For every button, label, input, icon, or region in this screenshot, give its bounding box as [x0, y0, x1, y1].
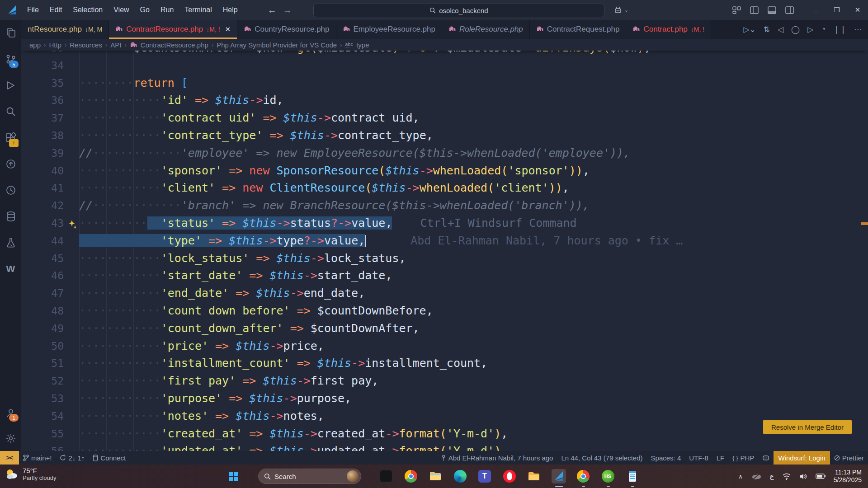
- tab-countryresource-php[interactable]: CountryResource.php: [237, 20, 336, 39]
- activity-flask-icon[interactable]: [0, 230, 21, 256]
- taskbar-app-edge[interactable]: [453, 469, 467, 483]
- code-line-43[interactable]: 43············'status' => $this->status?…: [21, 215, 868, 232]
- activity-settings-gear-icon[interactable]: [0, 426, 21, 451]
- code-line-46[interactable]: 46············'start_date' => $this->sta…: [21, 267, 868, 285]
- code-line-53[interactable]: 53············'purpose' => $this->purpos…: [21, 390, 868, 408]
- breadcrumb-item[interactable]: Http: [49, 41, 61, 49]
- prettier-status[interactable]: Prettier: [830, 451, 868, 465]
- code-line-49[interactable]: 49············'count_down_after' => $cou…: [21, 320, 868, 338]
- taskbar-app-notepad[interactable]: [625, 469, 640, 483]
- code-line-56[interactable]: 56············'updated_at' => $this->upd…: [21, 442, 868, 451]
- close-tab-icon[interactable]: ✕: [225, 25, 231, 33]
- activity-remote-explorer-icon[interactable]: [0, 151, 21, 177]
- remote-indicator[interactable]: ><: [0, 451, 19, 465]
- code-line-51[interactable]: 51············'installment_count' => $th…: [21, 355, 868, 372]
- breadcrumb-item[interactable]: app: [29, 41, 41, 49]
- taskbar-app-chrome-2[interactable]: [576, 469, 590, 483]
- activity-run-debug-icon[interactable]: [0, 72, 21, 99]
- taskbar-app-folder[interactable]: [527, 469, 541, 483]
- breadcrumb-item[interactable]: ContractResource.php: [141, 41, 208, 49]
- code-line-33[interactable]: 33········$countDownAfter = $now->gt($mi…: [21, 51, 868, 57]
- breadcrumb[interactable]: app›Http›Resources›API›ContractResource.…: [21, 39, 868, 51]
- code-line-52[interactable]: 52············'first_pay' => $this->firs…: [21, 372, 868, 390]
- code-line-41[interactable]: 41············'client' => new ClientReso…: [21, 179, 868, 197]
- language-indicator[interactable]: ع: [770, 472, 774, 480]
- tab-roleresource-php[interactable]: RoleResource.php: [442, 20, 530, 39]
- tab-contractrequest-php[interactable]: ContractRequest.php: [530, 20, 627, 39]
- code-line-40[interactable]: 40············'sponsor' => new SponsorRe…: [21, 162, 868, 180]
- code-line-35[interactable]: 35········return [: [21, 75, 868, 92]
- previous-change-icon[interactable]: ◁: [778, 25, 783, 34]
- toggle-secondary-sidebar-icon[interactable]: [785, 6, 794, 14]
- taskbar-app-file-explorer[interactable]: [428, 469, 443, 483]
- code-line-55[interactable]: 55············'created_at' => $this->cre…: [21, 425, 868, 443]
- breadcrumb-item[interactable]: API: [110, 41, 121, 49]
- volume-icon[interactable]: [799, 473, 807, 480]
- customize-layout-icon[interactable]: [732, 6, 741, 14]
- wifi-icon[interactable]: [782, 473, 791, 480]
- taskbar-app-chrome[interactable]: [404, 469, 418, 483]
- tray-chevron-icon[interactable]: ∧: [738, 473, 743, 480]
- run-button[interactable]: ▷⌄: [743, 25, 755, 34]
- back-button[interactable]: ←: [268, 5, 277, 15]
- code-line-45[interactable]: 45············'lock_status' => $this->lo…: [21, 250, 868, 267]
- resolve-merge-editor-button[interactable]: Resolve in Merge Editor: [763, 420, 852, 434]
- tab-contractresource-php[interactable]: ContractResource.php↓M, !✕: [109, 20, 237, 39]
- taskbar-app-photos[interactable]: [379, 469, 393, 483]
- code-line-37[interactable]: 37············'contract_uid' => $this->c…: [21, 109, 868, 127]
- code-editor[interactable]: 33········$countDownAfter = $now->gt($mi…: [21, 51, 868, 451]
- menu-edit[interactable]: Edit: [45, 4, 67, 16]
- tab-ntresource-php[interactable]: ntResource.php↓M, M: [21, 20, 109, 39]
- menu-run[interactable]: Run: [156, 4, 178, 16]
- git-branch-status[interactable]: main+!: [19, 451, 56, 465]
- forward-button[interactable]: →: [283, 5, 292, 15]
- activity-history-icon[interactable]: [0, 177, 21, 203]
- taskbar-app-teams[interactable]: T: [477, 469, 492, 483]
- minimize-button[interactable]: –: [806, 0, 826, 20]
- encoding-setting[interactable]: UTF-8: [685, 451, 712, 465]
- code-line-36[interactable]: 36············'id' => $this->id,: [21, 92, 868, 109]
- code-line-44[interactable]: 44············'type' => $this->type?->va…: [21, 232, 868, 250]
- git-sync-status[interactable]: 2↓ 1↑: [56, 451, 89, 465]
- sql-connect-button[interactable]: Connect: [89, 451, 130, 465]
- windsurf-login-button[interactable]: Windsurf: Login: [774, 451, 830, 465]
- ai-assistant-button[interactable]: ⌄: [613, 5, 628, 14]
- activity-account-icon[interactable]: 1: [0, 400, 21, 426]
- eol-setting[interactable]: LF: [712, 451, 729, 465]
- split-editor-icon[interactable]: ❘❘: [834, 25, 847, 34]
- breadcrumb-item[interactable]: type: [356, 41, 369, 49]
- menu-terminal[interactable]: Terminal: [180, 4, 216, 16]
- activity-source-control-icon[interactable]: 5: [0, 46, 21, 72]
- windsurf-robot-icon[interactable]: [758, 451, 774, 465]
- restore-button[interactable]: ❐: [826, 0, 847, 20]
- cursor-position[interactable]: Ln 44, Col 43 (79 selected): [557, 451, 646, 465]
- activity-extensions-icon[interactable]: !: [0, 125, 21, 151]
- indentation-setting[interactable]: Spaces: 4: [647, 451, 685, 465]
- breadcrumb-item[interactable]: Resources: [70, 41, 102, 49]
- code-line-39[interactable]: 39//·············'employee' => new Emplo…: [21, 145, 868, 162]
- weather-widget[interactable]: 75°F Partly cloudy: [5, 467, 56, 481]
- more-actions-icon[interactable]: ⋯: [854, 25, 862, 34]
- code-line-47[interactable]: 47············'end_date' => $this->end_d…: [21, 285, 868, 302]
- start-button[interactable]: [226, 469, 241, 483]
- toggle-sidebar-icon[interactable]: [750, 6, 759, 14]
- taskbar-app-windsurf[interactable]: [552, 469, 566, 483]
- onedrive-icon[interactable]: [751, 473, 762, 480]
- timeline-icon[interactable]: ◔: [821, 25, 826, 34]
- code-line-50[interactable]: 50············'price' => $this->price,: [21, 338, 868, 355]
- toggle-panel-icon[interactable]: [768, 6, 776, 14]
- menu-help[interactable]: Help: [218, 4, 242, 16]
- code-line-38[interactable]: 38············'contract_type' => $this->…: [21, 127, 868, 145]
- change-icon[interactable]: ◯: [791, 25, 800, 34]
- battery-icon[interactable]: [816, 474, 826, 479]
- taskbar-clock[interactable]: 11:13 PM 5/28/2025: [834, 469, 862, 484]
- code-line-54[interactable]: 54············'notes' => $this->notes,: [21, 408, 868, 425]
- code-line-34[interactable]: 34: [21, 57, 868, 75]
- menu-selection[interactable]: Selection: [68, 4, 107, 16]
- breadcrumb-item[interactable]: Php Array Symbol Provider for VS Code: [217, 41, 337, 49]
- taskbar-app-heidisql[interactable]: HS: [601, 469, 615, 483]
- activity-explorer-icon[interactable]: [0, 20, 21, 46]
- menu-file[interactable]: File: [23, 4, 43, 16]
- compare-changes-icon[interactable]: ⇅: [764, 25, 770, 34]
- close-button[interactable]: ✕: [847, 0, 868, 20]
